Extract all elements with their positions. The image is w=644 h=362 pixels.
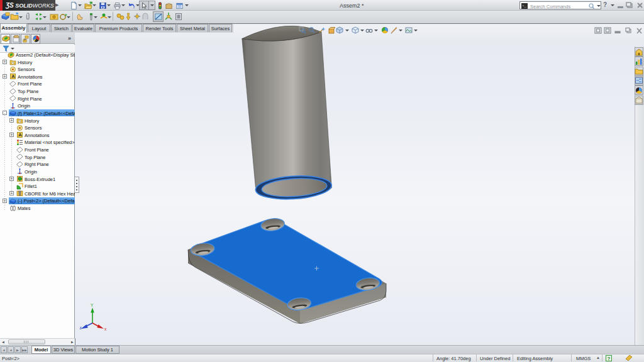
svg-text:A: A <box>11 74 15 80</box>
svg-text:A: A <box>18 133 22 138</box>
svg-text:z: z <box>80 326 82 330</box>
svg-text:x: x <box>104 327 107 331</box>
svg-text:Y: Y <box>91 303 94 307</box>
